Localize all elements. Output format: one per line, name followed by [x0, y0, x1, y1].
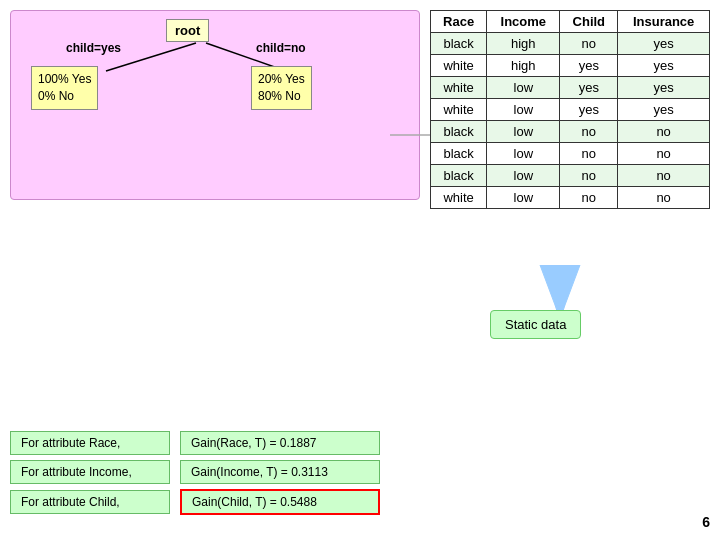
table-row: whitehighyesyes	[431, 55, 710, 77]
gain-label-0: For attribute Race,	[10, 431, 170, 455]
table-cell-r4c1: low	[487, 121, 560, 143]
table-cell-r5c1: low	[487, 143, 560, 165]
table-cell-r5c2: no	[560, 143, 618, 165]
table-cell-r0c2: no	[560, 33, 618, 55]
gain-label-1: For attribute Income,	[10, 460, 170, 484]
leaf-yes-node: 100% Yes 0% No	[31, 66, 98, 110]
gain-label-2: For attribute Child,	[10, 490, 170, 514]
gain-row-2: For attribute Child,Gain(Child, T) = 0.5…	[10, 489, 430, 515]
table-row: blacklownono	[431, 165, 710, 187]
table-cell-r6c0: black	[431, 165, 487, 187]
table-cell-r3c3: yes	[618, 99, 710, 121]
table-cell-r2c0: white	[431, 77, 487, 99]
table-cell-r3c2: yes	[560, 99, 618, 121]
child-yes-label: child=yes	[66, 41, 121, 55]
leaf-yes-line1: 100% Yes	[38, 72, 91, 86]
table-cell-r4c0: black	[431, 121, 487, 143]
table-cell-r7c3: no	[618, 187, 710, 209]
gain-row-0: For attribute Race,Gain(Race, T) = 0.188…	[10, 431, 430, 455]
table-cell-r7c0: white	[431, 187, 487, 209]
table-header-race: Race	[431, 11, 487, 33]
table-header-income: Income	[487, 11, 560, 33]
table-cell-r3c0: white	[431, 99, 487, 121]
table-cell-r1c2: yes	[560, 55, 618, 77]
table-cell-r1c0: white	[431, 55, 487, 77]
leaf-no-node: 20% Yes 80% No	[251, 66, 312, 110]
table-cell-r6c3: no	[618, 165, 710, 187]
table-cell-r7c1: low	[487, 187, 560, 209]
child-no-label: child=no	[256, 41, 306, 55]
gain-section: For attribute Race,Gain(Race, T) = 0.188…	[10, 431, 430, 520]
table-cell-r1c1: high	[487, 55, 560, 77]
table-row: whitelownono	[431, 187, 710, 209]
table-row: whitelowyesyes	[431, 99, 710, 121]
table-cell-r1c3: yes	[618, 55, 710, 77]
data-table: RaceIncomeChildInsurance blackhighnoyesw…	[430, 10, 710, 209]
table-cell-r3c1: low	[487, 99, 560, 121]
table-cell-r0c0: black	[431, 33, 487, 55]
page-number: 6	[702, 514, 710, 530]
table-cell-r0c3: yes	[618, 33, 710, 55]
gain-row-1: For attribute Income,Gain(Income, T) = 0…	[10, 460, 430, 484]
gain-value-1: Gain(Income, T) = 0.3113	[180, 460, 380, 484]
table-header-row: RaceIncomeChildInsurance	[431, 11, 710, 33]
table-cell-r6c1: low	[487, 165, 560, 187]
table-cell-r2c1: low	[487, 77, 560, 99]
gain-value-2: Gain(Child, T) = 0.5488	[180, 489, 380, 515]
data-table-area: RaceIncomeChildInsurance blackhighnoyesw…	[430, 10, 710, 209]
table-cell-r2c2: yes	[560, 77, 618, 99]
table-cell-r4c2: no	[560, 121, 618, 143]
table-cell-r5c3: no	[618, 143, 710, 165]
table-header-insurance: Insurance	[618, 11, 710, 33]
leaf-no-line2: 80% No	[258, 89, 301, 103]
gain-value-0: Gain(Race, T) = 0.1887	[180, 431, 380, 455]
tree-diagram: root child=yes child=no 100% Yes 0% No 2…	[10, 10, 420, 200]
table-row: blacklownono	[431, 121, 710, 143]
table-row: whitelowyesyes	[431, 77, 710, 99]
table-row: blackhighnoyes	[431, 33, 710, 55]
table-header-child: Child	[560, 11, 618, 33]
static-data-bubble: Static data	[490, 310, 581, 339]
table-cell-r7c2: no	[560, 187, 618, 209]
table-cell-r4c3: no	[618, 121, 710, 143]
table-cell-r0c1: high	[487, 33, 560, 55]
table-cell-r6c2: no	[560, 165, 618, 187]
table-row: blacklownono	[431, 143, 710, 165]
svg-marker-4	[540, 265, 580, 305]
table-cell-r5c0: black	[431, 143, 487, 165]
root-node: root	[166, 19, 209, 42]
table-cell-r2c3: yes	[618, 77, 710, 99]
leaf-no-line1: 20% Yes	[258, 72, 305, 86]
leaf-yes-line2: 0% No	[38, 89, 74, 103]
